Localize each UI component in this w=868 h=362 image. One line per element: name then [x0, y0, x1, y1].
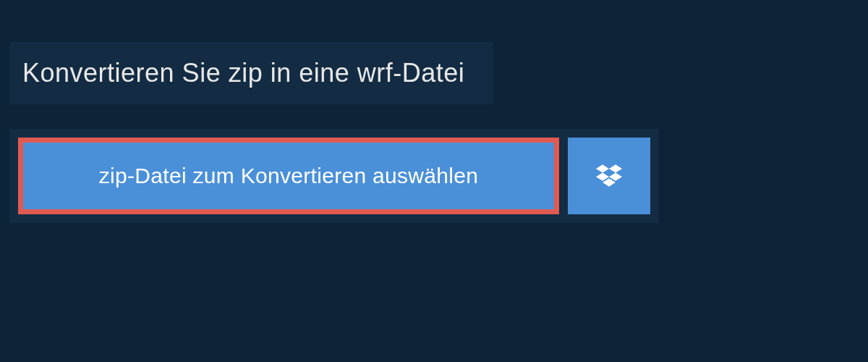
action-panel: zip-Datei zum Konvertieren auswählen — [9, 129, 659, 223]
page-title: Konvertieren Sie zip in eine wrf-Datei — [22, 58, 464, 88]
dropbox-button[interactable] — [568, 138, 650, 214]
select-file-label: zip-Datei zum Konvertieren auswählen — [99, 164, 478, 188]
select-file-button[interactable]: zip-Datei zum Konvertieren auswählen — [18, 138, 559, 214]
dropbox-icon — [596, 163, 622, 189]
title-bar: Konvertieren Sie zip in eine wrf-Datei — [9, 42, 493, 104]
main-container: Konvertieren Sie zip in eine wrf-Datei z… — [0, 0, 868, 362]
